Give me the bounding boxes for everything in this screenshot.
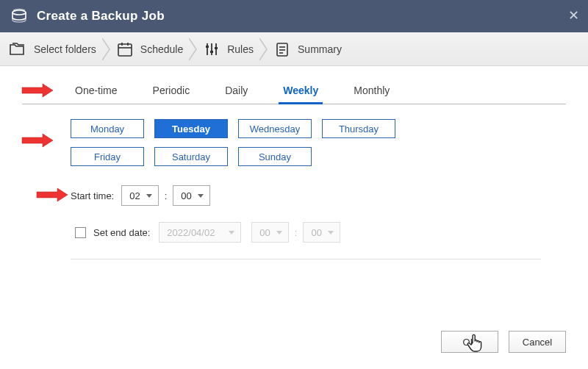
divider xyxy=(71,259,541,259)
sliders-icon xyxy=(204,41,220,57)
day-tuesday[interactable]: Tuesday xyxy=(154,119,228,138)
cancel-button[interactable]: Cancel xyxy=(509,331,566,353)
step-schedule[interactable]: Schedule xyxy=(117,41,183,57)
annotation-arrow-icon xyxy=(35,187,71,203)
schedule-tabs: One-time Periodic Daily Weekly Monthly xyxy=(22,79,566,104)
step-summary[interactable]: Summary xyxy=(274,41,342,57)
day-selector: Monday Tuesday Wednesday Thursday Friday… xyxy=(71,119,453,166)
create-backup-window: Create a Backup Job ✕ Select folders Sch… xyxy=(0,0,588,369)
calendar-icon xyxy=(117,41,133,57)
step-rules[interactable]: Rules xyxy=(204,41,254,57)
end-date-select[interactable]: 2022/04/02 xyxy=(159,222,241,243)
end-minute-select[interactable]: 00 xyxy=(303,222,340,243)
titlebar: Create a Backup Job ✕ xyxy=(0,0,588,32)
time-separator: : xyxy=(295,227,298,238)
close-icon[interactable]: ✕ xyxy=(568,7,579,24)
end-date-checkbox[interactable] xyxy=(75,227,86,238)
svg-rect-10 xyxy=(215,47,218,49)
end-date-row: Set end date: 2022/04/02 00 : 00 xyxy=(75,222,566,243)
annotation-arrow-icon xyxy=(21,132,56,148)
step-select-folders[interactable]: Select folders xyxy=(9,41,96,57)
svg-rect-1 xyxy=(118,44,132,56)
tab-one-time[interactable]: One-time xyxy=(71,80,122,104)
tab-daily[interactable]: Daily xyxy=(220,80,252,104)
step-label: Rules xyxy=(227,43,254,55)
window-title: Create a Backup Job xyxy=(37,9,165,24)
backup-disk-icon xyxy=(10,8,28,24)
start-time-row: Start time: 02 : 00 xyxy=(37,185,566,206)
start-minute-select[interactable]: 00 xyxy=(173,185,209,206)
tab-weekly[interactable]: Weekly xyxy=(279,80,323,104)
chevron-right-icon xyxy=(189,38,198,60)
day-sunday[interactable]: Sunday xyxy=(238,147,312,166)
day-thursday[interactable]: Thursday xyxy=(322,119,395,138)
svg-rect-8 xyxy=(210,51,213,53)
summary-icon xyxy=(274,41,290,57)
svg-point-0 xyxy=(12,10,26,15)
ok-button[interactable]: OK xyxy=(441,331,498,353)
start-hour-select[interactable]: 02 xyxy=(121,185,158,206)
start-time-label: Start time: xyxy=(71,190,114,201)
day-monday[interactable]: Monday xyxy=(71,119,144,138)
folders-icon xyxy=(9,41,26,57)
chevron-right-icon xyxy=(259,38,268,60)
svg-rect-6 xyxy=(206,46,209,48)
tab-periodic[interactable]: Periodic xyxy=(148,80,195,104)
chevron-right-icon xyxy=(102,38,111,60)
wizard-steps: Select folders Schedule Rules xyxy=(0,32,588,66)
content-panel: One-time Periodic Daily Weekly Monthly M… xyxy=(0,66,588,369)
end-hour-select[interactable]: 00 xyxy=(251,222,288,243)
day-saturday[interactable]: Saturday xyxy=(154,147,228,166)
step-label: Summary xyxy=(298,43,342,55)
tab-monthly[interactable]: Monthly xyxy=(349,80,394,104)
annotation-arrow-icon xyxy=(21,82,56,98)
dialog-footer: OK Cancel xyxy=(441,331,566,353)
day-friday[interactable]: Friday xyxy=(71,147,144,166)
step-label: Select folders xyxy=(34,43,96,55)
time-separator: : xyxy=(165,190,168,201)
day-wednesday[interactable]: Wednesday xyxy=(238,119,312,138)
end-date-label: Set end date: xyxy=(93,227,150,238)
step-label: Schedule xyxy=(140,43,183,55)
